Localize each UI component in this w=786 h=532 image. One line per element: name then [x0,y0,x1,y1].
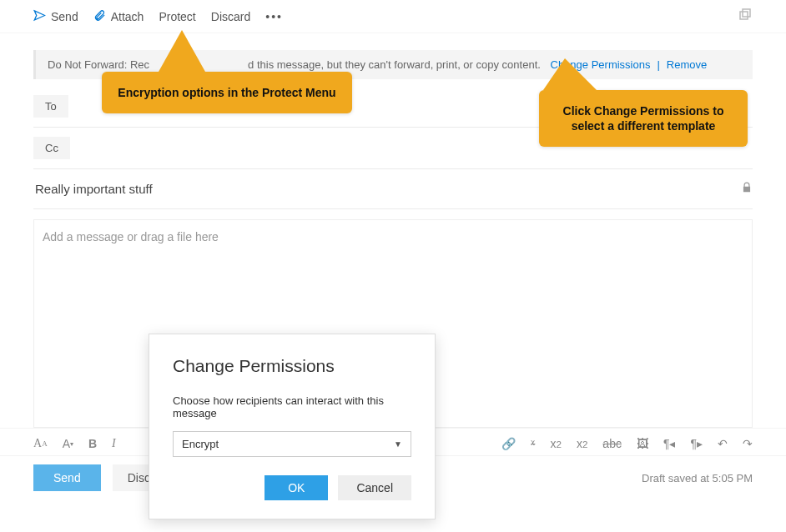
send-label: Send [51,10,78,23]
ltr-icon[interactable]: ¶◂ [663,437,676,450]
permission-selected-value: Encrypt [182,438,219,450]
ok-button[interactable]: OK [265,475,328,500]
svg-rect-1 [743,9,750,17]
draft-status: Draft saved at 5:05 PM [642,472,753,484]
more-button[interactable]: ••• [265,10,283,23]
ellipsis-icon: ••• [265,10,283,23]
font-size-icon[interactable]: A▾ [63,437,73,450]
compose-toolbar: Send Attach Protect Discard ••• [0,0,786,33]
infobar-separator: | [653,58,663,71]
subject-row [33,169,753,209]
clear-format-icon[interactable]: abc [602,437,622,450]
discard-top-label: Discard [211,10,250,23]
protect-button[interactable]: Protect [159,10,195,23]
rtl-icon[interactable]: ¶▸ [690,437,703,450]
subscript-icon[interactable]: x2 [577,437,587,450]
permission-select[interactable]: Encrypt ▼ [173,431,411,457]
to-button[interactable]: To [33,95,68,118]
send-mail-icon [33,9,46,24]
font-picker-icon[interactable]: AA [33,437,48,450]
italic-icon[interactable]: I [112,437,116,450]
cancel-button[interactable]: Cancel [338,475,411,500]
bold-icon[interactable]: B [88,437,97,450]
redo-icon[interactable]: ↷ [743,437,753,450]
remove-permission-link[interactable]: Remove [667,58,707,71]
svg-rect-0 [740,12,748,19]
attach-label: Attach [111,10,144,23]
send-button[interactable]: Send [33,9,78,24]
link-icon[interactable]: 🔗 [501,437,516,450]
dialog-title: Change Permissions [173,356,411,376]
dialog-hint: Choose how recipients can interact with … [173,394,411,419]
callout-protect-menu: Encryption options in the Protect Menu [102,72,352,113]
strike-icon[interactable]: ᵡ [531,437,535,450]
change-permissions-dialog: Change Permissions Choose how recipients… [149,334,436,519]
popout-button[interactable] [738,7,753,26]
paperclip-icon [93,9,106,24]
infobar-text-middle: d this message, but they can't forward, … [248,58,541,71]
dialog-actions: OK Cancel [173,475,411,500]
chevron-down-icon: ▼ [394,439,402,449]
attach-button[interactable]: Attach [93,9,144,24]
protect-label: Protect [159,10,195,23]
send-bottom-button[interactable]: Send [33,464,101,491]
subject-input[interactable] [33,181,741,197]
superscript-icon[interactable]: x2 [550,437,561,450]
insert-image-icon[interactable]: 🖼 [637,437,648,450]
discard-top-button[interactable]: Discard [211,10,250,23]
callout-change-permissions: Click Change Permissions to select a dif… [539,90,748,147]
cc-button[interactable]: Cc [33,137,70,159]
infobar-text-prefix: Do Not Forward: Rec [48,58,149,71]
undo-icon[interactable]: ↶ [718,437,728,450]
lock-icon [741,182,753,196]
